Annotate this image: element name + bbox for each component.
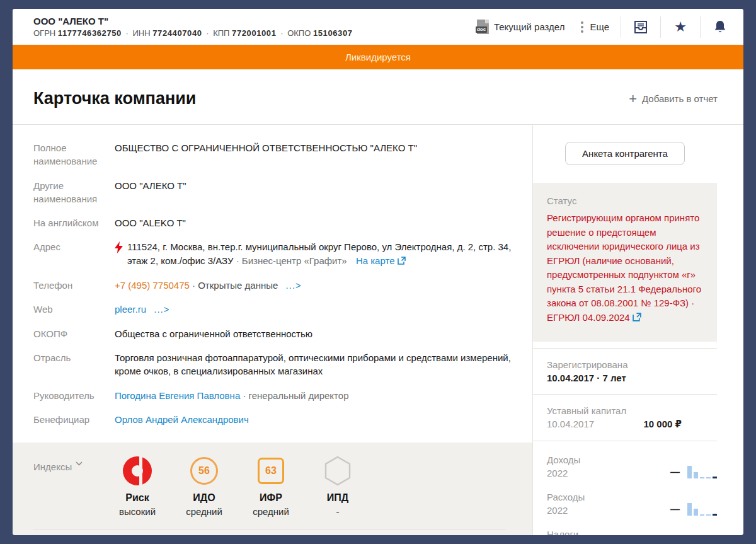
okpo-value: 15106307: [313, 28, 353, 38]
kpp-label: КПП: [213, 28, 229, 38]
capital-date: 10.04.2017: [547, 419, 594, 430]
sidebar: Анкета контрагента Статус Регистрирующим…: [533, 125, 743, 535]
status-text: Регистрирующим органом принято решение о…: [547, 212, 701, 308]
kpp-value: 772001001: [232, 28, 276, 38]
inbox-button[interactable]: [633, 21, 649, 33]
index-risk[interactable]: Риск высокий: [115, 455, 160, 517]
field-full-name: Полное наименование ОБЩЕСТВО С ОГРАНИЧЕН…: [33, 141, 513, 168]
company-name: ООО "АЛЕКО Т": [33, 16, 353, 26]
ogrn-value: 1177746362750: [58, 28, 122, 38]
notifications-button[interactable]: [712, 20, 728, 34]
company-header: ООО "АЛЕКО Т" ОГРН 1177746362750 · ИНН 7…: [33, 16, 353, 38]
divider: [33, 530, 506, 530]
field-okopf: ОКОПФ Общества с ограниченной ответствен…: [33, 327, 513, 340]
chevron-down-icon: [76, 461, 83, 466]
income-value: —: [670, 466, 680, 478]
status-egrul-link[interactable]: ЕГРЮЛ 04.09.2024: [547, 312, 630, 323]
company-card-page: ООО "АЛЕКО Т" ОГРН 1177746362750 · ИНН 7…: [13, 9, 743, 535]
taxes-mini-chart: [687, 528, 717, 535]
external-link-icon: [398, 255, 406, 268]
divider: [700, 16, 701, 38]
page-title: Карточка компании: [33, 89, 196, 108]
company-fields: Полное наименование ОБЩЕСТВО С ОГРАНИЧЕН…: [13, 125, 532, 443]
registry-line: ОГРН 1177746362750 · ИНН 7724407040 · КП…: [33, 28, 353, 38]
indexes-toggle[interactable]: Индексы: [33, 455, 115, 517]
status-panel: Статус Регистрирующим органом принято ре…: [533, 183, 717, 342]
indexes-section: Индексы Риск высокий 56 ИДО: [13, 443, 532, 535]
web-more-link[interactable]: ...>: [154, 304, 169, 315]
income-row[interactable]: Доходы 2022 —: [547, 448, 717, 485]
registered-section: Зарегистрирована 10.04.2017 · 7 лет: [533, 348, 717, 394]
field-industry: Отрасль Торговля розничная фотоаппаратур…: [33, 351, 513, 378]
field-web: Web pleer.ru ...>: [33, 303, 513, 316]
expenses-mini-chart: [687, 490, 717, 516]
doc-icon: doc: [477, 20, 489, 34]
title-row: Карточка компании + Добавить в отчет: [13, 69, 743, 125]
okpo-label: ОКПО: [287, 28, 311, 38]
liquidation-banner-text: Ликвидируется: [345, 52, 411, 62]
ceo-role: генеральный директор: [249, 390, 349, 401]
plus-icon: +: [629, 92, 637, 106]
hexagon-icon: [323, 456, 352, 486]
capital-section: Уставный капитал 10.04.2017 10 000 ₽: [533, 394, 717, 441]
status-label: Статус: [547, 195, 706, 206]
field-english-name: На английском ООО "ALEKO T": [33, 216, 513, 229]
risk-gauge-icon: [123, 456, 152, 485]
beneficiary-link[interactable]: Орлов Андрей Александрович: [115, 414, 249, 425]
top-bar: ООО "АЛЕКО Т" ОГРН 1177746362750 · ИНН 7…: [13, 9, 743, 45]
current-section-button[interactable]: doc Текущий раздел: [477, 20, 565, 34]
taxes-row[interactable]: Налоги 2022 486 467 ₽: [547, 522, 717, 535]
liquidation-banner: Ликвидируется: [13, 45, 743, 69]
index-ipd[interactable]: ИПД -: [315, 455, 360, 517]
top-actions: doc Текущий раздел Еще ★: [477, 16, 728, 38]
lightning-icon: [115, 240, 123, 268]
index-ido[interactable]: 56 ИДО средний: [181, 455, 227, 517]
expenses-row[interactable]: Расходы 2022 —: [547, 485, 717, 522]
favorites-button[interactable]: ★: [672, 20, 689, 34]
index-ifr[interactable]: 63 ИФР средний: [248, 455, 294, 517]
questionnaire-button[interactable]: Анкета контрагента: [565, 142, 685, 165]
inn-value: 7724407040: [152, 28, 202, 38]
bell-icon: [714, 20, 726, 34]
inbox-icon: [633, 21, 648, 33]
ceo-link[interactable]: Погодина Евгения Павловна: [115, 390, 240, 401]
main-column: Полное наименование ОБЩЕСТВО С ОГРАНИЧЕН…: [13, 125, 532, 535]
divider: [660, 16, 661, 38]
field-phone: Телефон +7 (495) 7750475 · Открытые данн…: [33, 279, 513, 292]
field-other-names: Другие наименования ООО "АЛЕКО Т": [33, 179, 513, 206]
field-address: Адрес 111524, г. Москва, вн.тер.г. муниц…: [33, 240, 513, 268]
expenses-value: —: [670, 504, 680, 516]
field-ceo: Руководитель Погодина Евгения Павловна ·…: [33, 389, 513, 402]
financials-section: Доходы 2022 — Расходы 2022 — Н: [533, 441, 717, 535]
phone-number[interactable]: +7 (495) 7750475: [115, 280, 190, 291]
website-link[interactable]: pleer.ru: [115, 304, 146, 315]
kebab-icon: [581, 21, 583, 33]
phone-more-link[interactable]: ...>: [286, 280, 302, 291]
map-link[interactable]: На карте: [356, 255, 406, 266]
star-icon: ★: [674, 20, 687, 34]
ifr-score-icon: 63: [258, 458, 284, 484]
open-data-label: Открытые данные: [198, 280, 278, 291]
ogrn-label: ОГРН: [33, 28, 55, 38]
income-mini-chart: [687, 453, 717, 478]
add-to-report-button[interactable]: + Добавить в отчет: [629, 92, 718, 106]
registered-value: 10.04.2017 · 7 лет: [547, 373, 717, 383]
divider: [621, 16, 621, 38]
business-center: Бизнес-центр «Графит»: [242, 255, 347, 266]
ido-score-icon: 56: [190, 457, 218, 485]
external-link-icon: [633, 311, 641, 326]
more-menu-button[interactable]: Еще: [564, 21, 609, 33]
capital-value: 10 000 ₽: [644, 419, 717, 430]
inn-label: ИНН: [133, 28, 151, 38]
field-beneficiary: Бенефициар Орлов Андрей Александрович: [33, 413, 513, 426]
